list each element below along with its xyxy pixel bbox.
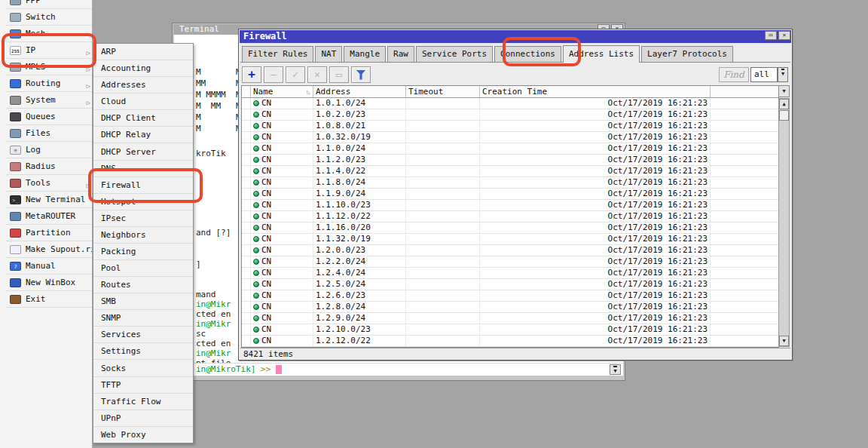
table-row[interactable]: CN 1.2.0.0/23 Oct/17/2019 16:21:23: [242, 245, 778, 256]
sidebar-item-make-supout-rif[interactable]: Make Supout.rif: [6, 241, 93, 258]
table-row[interactable]: CN 1.2.4.0/24 Oct/17/2019 16:21:23: [242, 268, 778, 279]
table-row[interactable]: CN 1.2.5.0/24 Oct/17/2019 16:21:23: [242, 279, 778, 290]
submenu-item-upnp[interactable]: UPnP: [93, 410, 193, 427]
remove-button[interactable]: —: [264, 66, 283, 83]
submenu-item-dns[interactable]: DNS: [93, 161, 193, 177]
table-row[interactable]: CN 1.0.32.0/19 Oct/17/2019 16:21:23: [242, 132, 778, 143]
table-scrollbar[interactable]: ▲ ▼: [778, 98, 790, 347]
submenu-item-dhcp-server[interactable]: DHCP Server: [93, 143, 193, 160]
tab-address-lists[interactable]: Address Lists: [563, 45, 640, 63]
submenu-item-socks[interactable]: Socks: [93, 360, 193, 376]
terminal-history-dropdown-button[interactable]: ▼: [610, 364, 621, 375]
sidebar-item-new-terminal[interactable]: >_ New Terminal: [6, 192, 93, 208]
sidebar-item-radius[interactable]: Radius: [6, 158, 93, 175]
submenu-item-settings[interactable]: Settings: [93, 343, 193, 360]
tab-mangle[interactable]: Mangle: [344, 46, 386, 62]
submenu-item-web-proxy[interactable]: Web Proxy: [93, 427, 193, 443]
table-row[interactable]: CN 1.0.1.0/24 Oct/17/2019 16:21:23: [242, 98, 778, 109]
scrollbar-thumb[interactable]: [779, 110, 789, 121]
submenu-item-routes[interactable]: Routes: [93, 277, 193, 293]
sidebar-item-mpls[interactable]: MPLS ▷: [6, 59, 93, 75]
tab-service-ports[interactable]: Service Ports: [416, 46, 493, 62]
find-button[interactable]: Find: [719, 67, 749, 82]
sidebar-item-files[interactable]: Files: [6, 125, 93, 142]
table-row[interactable]: CN 1.1.32.0/19 Oct/17/2019 16:21:23: [242, 234, 778, 245]
table-row[interactable]: CN 1.2.2.0/24 Oct/17/2019 16:21:23: [242, 256, 778, 268]
table-row[interactable]: CN 1.2.8.0/24 Oct/17/2019 16:21:23: [242, 302, 778, 313]
sidebar-item-switch[interactable]: Switch: [6, 9, 93, 26]
table-row[interactable]: CN 1.0.2.0/23 Oct/17/2019 16:21:23: [242, 109, 778, 121]
table-row[interactable]: CN 1.1.10.0/23 Oct/17/2019 16:21:23: [242, 200, 778, 211]
submenu-item-addresses[interactable]: Addresses: [93, 77, 193, 94]
sidebar-item-routing[interactable]: Routing ▷: [6, 75, 93, 92]
sidebar-item-mesh[interactable]: Mesh: [6, 26, 93, 42]
submenu-item-hotspot[interactable]: Hotspot: [93, 194, 193, 210]
sidebar-item-exit[interactable]: Exit: [6, 291, 93, 308]
terminal-text-fragment: M M: [196, 67, 241, 77]
header-timeout[interactable]: Timeout: [406, 86, 480, 97]
table-row[interactable]: CN 1.1.12.0/22 Oct/17/2019 16:21:23: [242, 211, 778, 222]
submenu-item-tftp[interactable]: TFTP: [93, 377, 193, 394]
header-address[interactable]: Address: [313, 86, 406, 97]
submenu-item-accounting[interactable]: Accounting: [93, 60, 193, 77]
tab-nat[interactable]: NAT: [315, 46, 342, 62]
entry-status-icon: [253, 202, 259, 208]
column-select-button[interactable]: ▼: [778, 85, 790, 97]
list-filter-dropdown-button[interactable]: ▼: [778, 67, 788, 82]
sidebar-item-ppp[interactable]: PPP: [6, 0, 93, 9]
disable-button[interactable]: ✕: [307, 66, 327, 83]
list-filter-select[interactable]: all: [750, 67, 778, 82]
sidebar-item-manual[interactable]: ? Manual: [6, 258, 93, 275]
filter-button[interactable]: [351, 66, 371, 83]
submenu-item-pool[interactable]: Pool: [93, 260, 193, 277]
tab-connections[interactable]: Connections: [494, 46, 561, 62]
sidebar-item-queues[interactable]: Queues: [6, 109, 93, 125]
sidebar-item-log[interactable]: ≡ Log: [6, 142, 93, 158]
firewall-maximize-button[interactable]: ▭: [765, 31, 777, 40]
sidebar-item-new-winbox[interactable]: New WinBox: [6, 275, 93, 291]
scroll-up-button[interactable]: ▲: [779, 99, 789, 109]
tab-layer7-protocols[interactable]: Layer7 Protocols: [641, 46, 733, 62]
table-row[interactable]: CN 1.2.12.0/22 Oct/17/2019 16:21:23: [242, 336, 778, 347]
submenu-item-smb[interactable]: SMB: [93, 293, 193, 310]
submenu-item-cloud[interactable]: Cloud: [93, 94, 193, 110]
submenu-item-snmp[interactable]: SNMP: [93, 310, 193, 327]
add-button[interactable]: +: [242, 66, 261, 83]
table-row[interactable]: CN 1.1.2.0/23 Oct/17/2019 16:21:23: [242, 155, 778, 166]
header-creation-time[interactable]: Creation Time: [480, 86, 711, 97]
sidebar-item-partition[interactable]: Partition: [6, 225, 93, 241]
header-select-column[interactable]: [242, 86, 251, 97]
table-row[interactable]: CN 1.2.9.0/24 Oct/17/2019 16:21:23: [242, 313, 778, 324]
table-row[interactable]: CN 1.0.8.0/21 Oct/17/2019 16:21:23: [242, 121, 778, 132]
firewall-close-button[interactable]: ✕: [778, 31, 790, 40]
table-row[interactable]: CN 1.1.8.0/24 Oct/17/2019 16:21:23: [242, 177, 778, 189]
submenu-item-services[interactable]: Services: [93, 327, 193, 343]
sidebar-item-ip[interactable]: 255 IP ▷: [6, 42, 93, 59]
tab-filter-rules[interactable]: Filter Rules: [242, 46, 313, 62]
table-row[interactable]: CN 1.1.0.0/24 Oct/17/2019 16:21:23: [242, 143, 778, 155]
sidebar-item-metarouter[interactable]: MetaROUTER: [6, 208, 93, 225]
terminal-input-line[interactable]: in@MikroTik] >> ▼: [175, 363, 622, 375]
tab-raw[interactable]: Raw: [387, 46, 414, 62]
sidebar-item-tools[interactable]: Tools ▷: [6, 175, 93, 192]
table-row[interactable]: CN 1.1.9.0/24 Oct/17/2019 16:21:23: [242, 189, 778, 200]
enable-button[interactable]: ✓: [286, 66, 305, 83]
header-name[interactable]: Name◺: [251, 86, 313, 97]
table-row[interactable]: CN 1.2.10.0/23 Oct/17/2019 16:21:23: [242, 324, 778, 336]
submenu-item-ipsec[interactable]: IPsec: [93, 210, 193, 227]
comment-button[interactable]: ▭: [329, 66, 349, 83]
sidebar-item-system[interactable]: System ▷: [6, 92, 93, 109]
submenu-item-firewall[interactable]: Firewall: [93, 177, 193, 194]
submenu-item-arp[interactable]: ARP: [93, 44, 193, 60]
submenu-item-packing[interactable]: Packing: [93, 244, 193, 260]
submenu-item-dhcp-client[interactable]: DHCP Client: [93, 110, 193, 127]
partition-icon: [10, 229, 21, 238]
submenu-item-dhcp-relay[interactable]: DHCP Relay: [93, 127, 193, 143]
scroll-down-button[interactable]: ▼: [779, 336, 789, 346]
table-row[interactable]: CN 1.1.4.0/22 Oct/17/2019 16:21:23: [242, 166, 778, 177]
submenu-item-traffic-flow[interactable]: Traffic Flow: [93, 394, 193, 410]
table-row[interactable]: CN 1.2.6.0/23 Oct/17/2019 16:21:23: [242, 290, 778, 302]
submenu-item-neighbors[interactable]: Neighbors: [93, 227, 193, 244]
table-row[interactable]: CN 1.1.16.0/20 Oct/17/2019 16:21:23: [242, 222, 778, 234]
firewall-title-bar[interactable]: Firewall: [240, 30, 791, 43]
